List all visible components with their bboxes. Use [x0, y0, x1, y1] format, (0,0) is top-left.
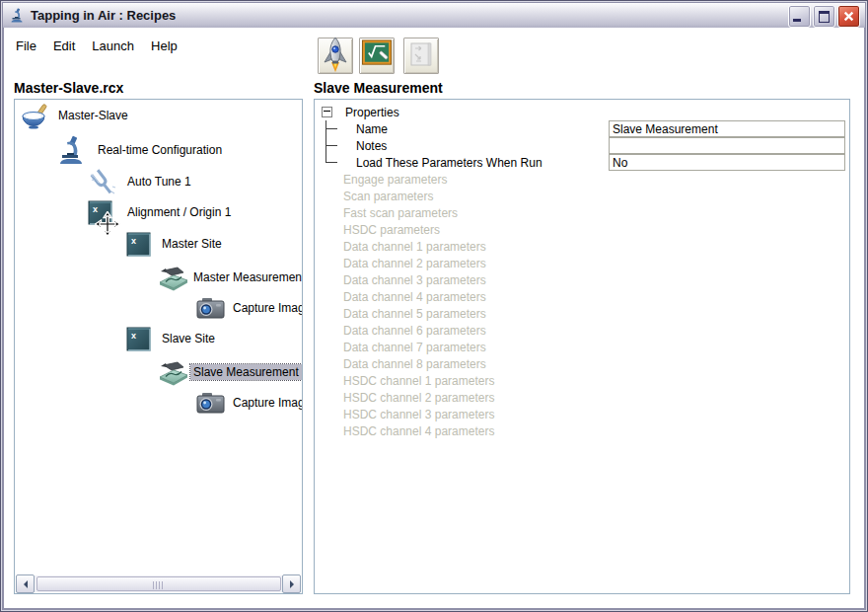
parameter-group-label: HSDC channel 3 parameters — [343, 408, 494, 421]
parameter-group-data-channel-1-parameters: Data channel 1 parameters — [315, 238, 849, 255]
load-these-parameters-when-run-field[interactable] — [609, 154, 845, 171]
properties-panel: Properties NameNotesLoad These Parameter… — [314, 99, 850, 594]
tuning-fork-icon[interactable] — [88, 168, 121, 197]
maximize-icon — [819, 11, 830, 23]
close-icon — [843, 11, 854, 22]
menu-launch[interactable]: Launch — [92, 38, 134, 53]
tree-item-slave-measurement[interactable]: Slave Measurement — [190, 364, 302, 380]
parameter-group-data-channel-4-parameters: Data channel 4 parameters — [315, 288, 849, 305]
recipe-tree: Master-Slave Real-time Configuration Aut… — [15, 100, 302, 593]
scrollbar-thumb[interactable] — [36, 576, 281, 591]
tree-item-capture-image[interactable]: Capture Image — [230, 395, 302, 411]
parameter-group-label: Data channel 4 parameters — [343, 290, 486, 304]
bowl-icon[interactable] — [21, 102, 54, 131]
arrow-left-icon — [20, 580, 28, 588]
window-title: Tapping in Air : Recipes — [31, 8, 176, 23]
window-content: File Edit Launch Help Master-Slave.rcx S… — [4, 28, 864, 608]
capture-window-toolbar-button — [403, 38, 439, 74]
rocket-icon — [321, 37, 350, 76]
tree-item-master-measurement[interactable]: Master Measurement — [190, 269, 302, 285]
parameter-group-hsdc-channel-3-parameters: HSDC channel 3 parameters — [315, 406, 849, 422]
menu-bar: File Edit Launch Help — [16, 36, 194, 55]
tree-item-master-site[interactable]: Master Site — [159, 236, 225, 252]
parameter-group-data-channel-8-parameters: Data channel 8 parameters — [315, 355, 849, 372]
parameter-group-label: Data channel 6 parameters — [343, 324, 486, 338]
minimize-icon — [793, 19, 801, 22]
parameter-group-hsdc-parameters: HSDC parameters — [315, 221, 849, 238]
parameter-group-data-channel-6-parameters: Data channel 6 parameters — [315, 322, 849, 339]
minimize-button[interactable] — [788, 5, 811, 28]
launch-toolbar-button[interactable] — [318, 38, 353, 74]
tree-item-real-time-configuration[interactable]: Real-time Configuration — [95, 142, 225, 158]
svg-text:x: x — [131, 236, 136, 246]
parameter-group-label: HSDC channel 1 parameters — [343, 374, 494, 388]
parameter-group-label: Engage parameters — [343, 173, 447, 187]
parameter-group-engage-parameters: Engage parameters — [315, 171, 849, 188]
scrollbar-track[interactable] — [35, 575, 282, 592]
horizontal-scrollbar[interactable] — [16, 575, 301, 592]
parameter-group-hsdc-channel-4-parameters: HSDC channel 4 parameters — [315, 422, 849, 439]
parameter-group-hsdc-channel-2-parameters: HSDC channel 2 parameters — [315, 389, 849, 406]
microscope-icon[interactable] — [55, 136, 89, 166]
svg-text:x: x — [131, 331, 136, 341]
stage-icon[interactable] — [157, 264, 190, 293]
parameter-group-label: Data channel 3 parameters — [343, 273, 486, 287]
formula-board-toolbar-button[interactable] — [359, 38, 395, 74]
menu-edit[interactable]: Edit — [53, 38, 75, 53]
parameter-group-data-channel-3-parameters: Data channel 3 parameters — [315, 271, 849, 288]
menu-file[interactable]: File — [16, 38, 36, 53]
microscope-icon — [8, 7, 26, 25]
window-disabled-icon — [406, 39, 436, 73]
parameter-group-fast-scan-parameters: Fast scan parameters — [315, 204, 849, 221]
properties-root-row: Properties — [315, 104, 849, 120]
arrow-right-icon — [290, 580, 298, 588]
scroll-right-button[interactable] — [282, 574, 301, 593]
scroll-left-button[interactable] — [16, 574, 35, 593]
collapse-toggle-icon[interactable] — [322, 107, 332, 117]
recipe-file-title: Master-Slave.rcx — [14, 80, 123, 96]
chalkboard-icon — [361, 38, 394, 73]
parameter-group-label: Data channel 7 parameters — [343, 341, 486, 354]
recipe-tree-panel: Master-Slave Real-time Configuration Aut… — [14, 99, 303, 594]
app-window: Tapping in Air : Recipes File Edit Launc… — [0, 0, 868, 612]
stage-icon[interactable] — [157, 358, 190, 388]
selected-node-title: Slave Measurement — [314, 80, 443, 96]
tree-item-capture-image[interactable]: Capture Image — [230, 300, 302, 316]
x-marker-icon[interactable]: x — [126, 325, 160, 354]
property-label: Notes — [356, 139, 387, 153]
parameter-group-label: Fast scan parameters — [343, 206, 458, 220]
parameter-group-label: Scan parameters — [343, 190, 433, 203]
tree-item-slave-site[interactable]: Slave Site — [159, 331, 218, 346]
camera-icon[interactable] — [196, 389, 230, 419]
title-bar: Tapping in Air : Recipes — [3, 3, 865, 29]
parameter-group-data-channel-2-parameters: Data channel 2 parameters — [315, 255, 849, 271]
parameter-group-label: Data channel 5 parameters — [343, 307, 486, 321]
parameter-group-scan-parameters: Scan parameters — [315, 188, 849, 204]
parameter-group-label: HSDC parameters — [343, 223, 440, 237]
close-button[interactable] — [837, 5, 860, 28]
property-label: Name — [356, 122, 388, 136]
camera-icon[interactable] — [196, 294, 230, 324]
parameter-group-label: Data channel 8 parameters — [343, 357, 486, 371]
parameter-group-data-channel-5-parameters: Data channel 5 parameters — [315, 305, 849, 322]
parameter-group-hsdc-channel-1-parameters: HSDC channel 1 parameters — [315, 372, 849, 389]
properties-label: Properties — [345, 106, 399, 119]
maximize-button[interactable] — [813, 5, 835, 28]
tree-item-master-slave[interactable]: Master-Slave — [55, 108, 131, 123]
parameter-group-data-channel-7-parameters: Data channel 7 parameters — [315, 339, 849, 355]
notes-field[interactable] — [609, 137, 845, 154]
name-field[interactable] — [609, 120, 845, 137]
tree-item-auto-tune-1[interactable]: Auto Tune 1 — [124, 174, 194, 190]
x-marker-icon[interactable]: x — [126, 230, 160, 260]
move-cursor-icon — [95, 211, 120, 241]
toolbar — [318, 38, 445, 74]
menu-help[interactable]: Help — [151, 38, 178, 53]
parameter-group-label: HSDC channel 2 parameters — [343, 391, 494, 405]
parameter-group-label: Data channel 1 parameters — [343, 240, 486, 254]
property-label: Load These Parameters When Run — [356, 156, 542, 170]
parameter-group-label: Data channel 2 parameters — [343, 257, 486, 270]
tree-item-alignment-origin-1[interactable]: Alignment / Origin 1 — [124, 204, 234, 220]
parameter-group-label: HSDC channel 4 parameters — [343, 424, 494, 438]
